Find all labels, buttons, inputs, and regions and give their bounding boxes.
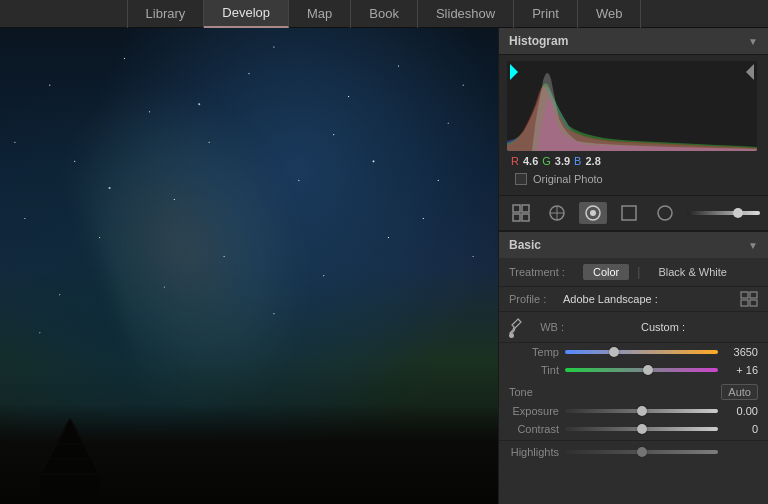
basic-header: Basic ▼	[499, 231, 768, 258]
auto-button[interactable]: Auto	[721, 384, 758, 400]
nav-library[interactable]: Library	[127, 0, 205, 28]
eyedropper-icon[interactable]	[509, 317, 525, 337]
highlights-slider-track[interactable]	[565, 450, 718, 454]
wb-row: WB : Custom :	[499, 312, 768, 343]
histogram-collapse-icon[interactable]: ▼	[748, 36, 758, 47]
nav-book[interactable]: Book	[351, 0, 418, 28]
nav-web[interactable]: Web	[578, 0, 642, 28]
svg-rect-21	[750, 300, 757, 306]
histogram-canvas	[507, 61, 757, 151]
tools-row	[499, 195, 768, 231]
svg-point-15	[590, 210, 596, 216]
svg-rect-9	[513, 214, 520, 221]
exposure-slider-row: Exposure 0.00	[499, 402, 768, 420]
svg-rect-10	[522, 214, 529, 221]
treatment-label: Treatment :	[509, 266, 579, 278]
basic-title: Basic	[509, 238, 541, 252]
histogram-area: R 4.6 G 3.9 B 2.8 Original Photo	[499, 55, 768, 195]
tint-label: Tint	[509, 364, 559, 376]
svg-rect-8	[522, 205, 529, 212]
wb-value[interactable]: Custom :	[568, 321, 758, 333]
local-adjust-icon	[584, 204, 602, 222]
basic-collapse-icon[interactable]: ▼	[748, 240, 758, 251]
svg-rect-16	[622, 206, 636, 220]
highlights-slider-thumb	[637, 447, 647, 457]
profile-browse-icon	[740, 291, 758, 307]
nav-map[interactable]: Map	[289, 0, 351, 28]
tool-circle-btn[interactable]	[651, 202, 679, 224]
contrast-slider-row: Contrast 0	[499, 420, 768, 438]
histogram-title: Histogram	[509, 34, 568, 48]
r-value: 4.6	[523, 155, 538, 167]
treatment-color-btn[interactable]: Color	[583, 264, 629, 280]
profile-value[interactable]: Adobe Landscape :	[563, 293, 736, 305]
histogram-values: R 4.6 G 3.9 B 2.8	[507, 151, 760, 169]
tint-slider-row: Tint + 16	[499, 361, 768, 379]
svg-rect-19	[750, 292, 757, 298]
tool-grid-btn[interactable]	[507, 202, 535, 224]
temp-label: Temp	[509, 346, 559, 358]
clipping-highlights-indicator[interactable]	[746, 64, 754, 80]
b-value: 2.8	[585, 155, 600, 167]
tone-label: Tone	[509, 386, 533, 398]
photo-canvas	[0, 28, 498, 504]
contrast-slider-track[interactable]	[565, 427, 718, 431]
right-panel: Histogram ▼	[498, 28, 768, 504]
wb-label: WB :	[529, 321, 564, 333]
tone-slider-row	[687, 211, 760, 215]
contrast-slider-thumb	[637, 424, 647, 434]
nav-slideshow[interactable]: Slideshow	[418, 0, 514, 28]
svg-rect-18	[741, 292, 748, 298]
profile-row: Profile : Adobe Landscape :	[499, 287, 768, 312]
svg-rect-7	[513, 205, 520, 212]
temp-value: 3650	[724, 346, 758, 358]
tool-slider-track[interactable]	[687, 211, 760, 215]
grid-icon	[512, 204, 530, 222]
tint-slider-thumb	[643, 365, 653, 375]
divider	[499, 440, 768, 441]
b-label: B	[574, 155, 581, 167]
structure-silhouette	[30, 414, 110, 504]
profile-grid-icon[interactable]	[740, 291, 758, 307]
circle-icon	[656, 204, 674, 222]
r-label: R	[511, 155, 519, 167]
tint-value: + 16	[724, 364, 758, 376]
exposure-slider-track[interactable]	[565, 409, 718, 413]
treatment-separator: |	[637, 265, 640, 279]
main-layout: Histogram ▼	[0, 28, 768, 504]
highlights-slider-row: Highlights	[499, 443, 768, 461]
nav-print[interactable]: Print	[514, 0, 578, 28]
nav-develop[interactable]: Develop	[204, 0, 289, 28]
svg-point-17	[658, 206, 672, 220]
tint-slider-track[interactable]	[565, 368, 718, 372]
g-label: G	[542, 155, 551, 167]
treatment-bw-btn[interactable]: Black & White	[648, 264, 736, 280]
photo-area	[0, 28, 498, 504]
histogram-svg	[507, 61, 757, 151]
tool-crop-btn[interactable]	[543, 202, 571, 224]
original-photo-row: Original Photo	[507, 169, 760, 189]
histogram-header: Histogram ▼	[499, 28, 768, 55]
exposure-value: 0.00	[724, 405, 758, 417]
svg-point-22	[509, 333, 514, 338]
profile-label: Profile :	[509, 293, 559, 305]
contrast-value: 0	[724, 423, 758, 435]
tone-row: Tone Auto	[499, 379, 768, 402]
eyedropper-svg	[509, 317, 523, 339]
tool-active-btn[interactable]	[579, 202, 607, 224]
crop-icon	[548, 204, 566, 222]
original-photo-checkbox[interactable]	[515, 173, 527, 185]
g-value: 3.9	[555, 155, 570, 167]
rect-icon	[620, 204, 638, 222]
top-navigation: Library Develop Map Book Slideshow Print…	[0, 0, 768, 28]
tool-square-btn[interactable]	[615, 202, 643, 224]
tool-slider-thumb	[733, 208, 743, 218]
svg-rect-20	[741, 300, 748, 306]
temp-slider-thumb	[609, 347, 619, 357]
original-photo-label: Original Photo	[533, 173, 603, 185]
clipping-shadows-indicator[interactable]	[510, 64, 518, 80]
svg-rect-3	[40, 472, 100, 499]
temp-slider-track[interactable]	[565, 350, 718, 354]
treatment-row: Treatment : Color | Black & White	[499, 258, 768, 287]
exposure-slider-thumb	[637, 406, 647, 416]
